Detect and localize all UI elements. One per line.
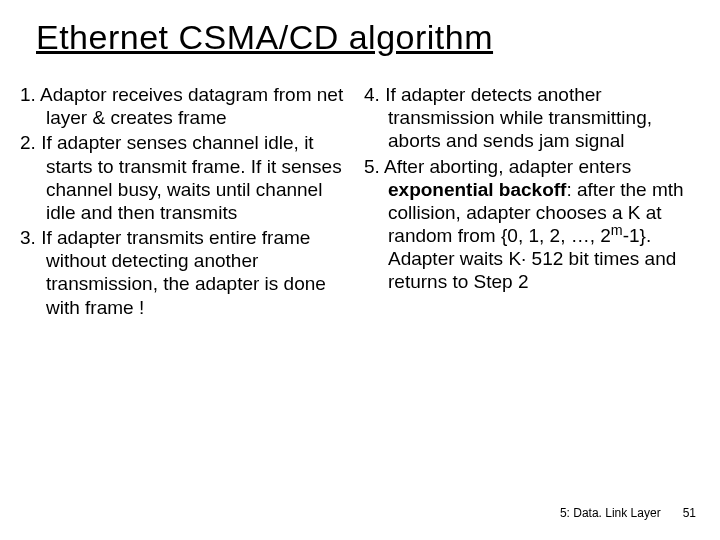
page-number: 51 xyxy=(683,506,696,520)
item-number: 5. xyxy=(364,156,384,177)
footer-label: 5: Data. Link Layer xyxy=(560,506,661,520)
superscript: m xyxy=(611,222,623,238)
item-number: 2. xyxy=(20,132,41,153)
item-text: If adapter detects another transmission … xyxy=(385,84,652,151)
item-text-part: After aborting, adapter enters xyxy=(384,156,631,177)
list-item: 4. If adapter detects another transmissi… xyxy=(364,83,700,153)
list-item: 5. After aborting, adapter enters expone… xyxy=(364,155,700,294)
item-text: If adapter transmits entire frame withou… xyxy=(41,227,326,318)
slide-footer: 5: Data. Link Layer 51 xyxy=(560,506,696,520)
item-text: If adapter senses channel idle, it start… xyxy=(41,132,342,223)
item-number: 3. xyxy=(20,227,41,248)
item-text: Adaptor receives datagram from net layer… xyxy=(40,84,343,128)
list-item: 1. Adaptor receives datagram from net la… xyxy=(20,83,356,129)
list-item: 3. If adapter transmits entire frame wit… xyxy=(20,226,356,319)
list-item: 2. If adapter senses channel idle, it st… xyxy=(20,131,356,224)
right-column: 4. If adapter detects another transmissi… xyxy=(364,83,700,321)
slide-title: Ethernet CSMA/CD algorithm xyxy=(0,0,720,57)
item-text-bold: exponential backoff xyxy=(388,179,566,200)
left-column: 1. Adaptor receives datagram from net la… xyxy=(20,83,356,321)
slide-body: 1. Adaptor receives datagram from net la… xyxy=(0,57,720,321)
item-number: 1. xyxy=(20,84,40,105)
item-number: 4. xyxy=(364,84,385,105)
